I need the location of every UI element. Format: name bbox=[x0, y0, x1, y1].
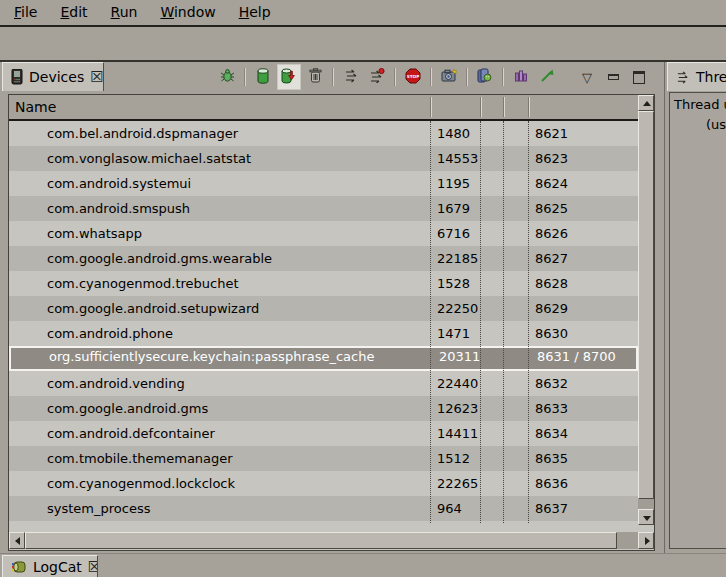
device-row[interactable]: com.android.systemui11958624 bbox=[9, 171, 638, 196]
column-divider[interactable] bbox=[503, 97, 505, 117]
devices-view: Devices ☒ bbox=[0, 62, 660, 553]
dump-hprof-icon bbox=[281, 68, 297, 87]
arrow-down-icon bbox=[643, 516, 651, 521]
debug-process-icon bbox=[220, 68, 235, 86]
device-row[interactable]: com.vonglasow.michael.satstat145538623 bbox=[9, 146, 638, 171]
cell-name: com.android.smspush bbox=[47, 196, 425, 221]
cell-pid: 22440 bbox=[437, 371, 479, 396]
start-tracer-button[interactable] bbox=[535, 64, 559, 90]
threads-tab-icon bbox=[676, 70, 690, 84]
table-header[interactable]: Name bbox=[9, 95, 654, 121]
device-row[interactable]: system_process9648637 bbox=[9, 496, 638, 521]
logcat-icon bbox=[11, 560, 27, 574]
cell-port: 8637 bbox=[535, 496, 635, 521]
device-row[interactable]: com.tmobile.thememanager15128635 bbox=[9, 446, 638, 471]
cell-port: 8628 bbox=[535, 271, 635, 296]
column-divider[interactable] bbox=[528, 97, 530, 117]
device-row[interactable]: com.whatsapp67168626 bbox=[9, 221, 638, 246]
scroll-left-button[interactable] bbox=[9, 532, 25, 549]
ui-hierarchy-button[interactable] bbox=[473, 64, 497, 90]
cell-port: 8626 bbox=[535, 221, 635, 246]
update-heap-button[interactable] bbox=[251, 64, 275, 90]
menu-window[interactable]: Window bbox=[152, 3, 223, 22]
tab-logcat-close-icon[interactable]: ☒ bbox=[88, 558, 98, 576]
device-row-selected[interactable]: org.sufficientlysecure.keychain:passphra… bbox=[9, 346, 638, 371]
cell-port: 8634 bbox=[535, 421, 635, 446]
column-divider[interactable] bbox=[430, 97, 432, 117]
arrow-up-icon bbox=[643, 101, 651, 106]
screen-capture-button[interactable] bbox=[437, 64, 461, 90]
cell-pid: 22265 bbox=[437, 471, 479, 496]
threads-view: Threads Thread updates not enabled for s… bbox=[664, 62, 726, 553]
vertical-scrollbar[interactable] bbox=[638, 95, 654, 525]
vertical-scroll-thumb[interactable] bbox=[638, 111, 654, 499]
device-row[interactable]: com.android.smspush16798625 bbox=[9, 196, 638, 221]
scroll-down-button[interactable] bbox=[638, 509, 654, 525]
cell-pid: 14553 bbox=[437, 146, 479, 171]
column-divider[interactable] bbox=[480, 97, 482, 117]
threads-content: Thread updates not enabled for selected … bbox=[669, 92, 726, 549]
cell-port: 8631 / 8700 bbox=[537, 346, 637, 367]
cell-name: com.android.defcontainer bbox=[47, 421, 425, 446]
cell-port: 8627 bbox=[535, 246, 635, 271]
cell-name: com.google.android.setupwizard bbox=[47, 296, 425, 321]
screen-capture-icon bbox=[441, 68, 457, 86]
device-row[interactable]: com.bel.android.dspmanager14808621 bbox=[9, 121, 638, 146]
column-header-name[interactable]: Name bbox=[15, 99, 56, 115]
cell-pid: 1195 bbox=[437, 171, 479, 196]
device-row[interactable]: com.android.defcontainer144118634 bbox=[9, 421, 638, 446]
tab-threads-label: Threads bbox=[696, 69, 726, 85]
maximize-view-button[interactable] bbox=[627, 64, 651, 90]
cell-pid: 6716 bbox=[437, 221, 479, 246]
menu-file[interactable]: File bbox=[6, 3, 45, 22]
toolbar-separator bbox=[332, 68, 334, 86]
device-row[interactable]: com.android.vending224408632 bbox=[9, 371, 638, 396]
device-row[interactable]: com.google.android.setupwizard222508629 bbox=[9, 296, 638, 321]
view-menu-button[interactable]: ▽ bbox=[575, 64, 599, 90]
cell-name: com.google.android.gms bbox=[47, 396, 425, 421]
threads-message-line1: Thread updates not enabled for selected … bbox=[674, 97, 726, 112]
horizontal-scrollbar[interactable] bbox=[9, 532, 654, 549]
system-info-button[interactable] bbox=[509, 64, 533, 90]
logcat-tab-strip: LogCat ☒ bbox=[0, 553, 726, 577]
tab-devices[interactable]: Devices ☒ bbox=[2, 62, 104, 91]
menu-bar: File Edit Run Window Help bbox=[0, 0, 726, 27]
device-row[interactable]: com.google.android.gms.wearable221858627 bbox=[9, 246, 638, 271]
debug-process-button[interactable] bbox=[215, 64, 239, 90]
tab-devices-label: Devices bbox=[29, 69, 84, 85]
toolbar-separator bbox=[430, 68, 432, 86]
stop-process-button[interactable]: STOP bbox=[401, 64, 425, 90]
device-row[interactable]: com.google.android.gms126238633 bbox=[9, 396, 638, 421]
dump-hprof-button[interactable] bbox=[277, 64, 301, 90]
menu-help[interactable]: Help bbox=[231, 3, 279, 22]
cell-name: com.android.systemui bbox=[47, 171, 425, 196]
menu-run[interactable]: Run bbox=[103, 3, 146, 22]
cell-pid: 1480 bbox=[437, 121, 479, 146]
cell-port: 8625 bbox=[535, 196, 635, 221]
start-method-profiling-button[interactable] bbox=[365, 64, 389, 90]
cell-name: com.cyanogenmod.lockclock bbox=[47, 471, 425, 496]
horizontal-scroll-thumb[interactable] bbox=[25, 532, 617, 549]
menu-edit[interactable]: Edit bbox=[52, 3, 95, 22]
cell-name: org.sufficientlysecure.keychain:passphra… bbox=[49, 346, 427, 367]
device-row[interactable]: com.android.phone14718630 bbox=[9, 321, 638, 346]
maximize-icon bbox=[633, 71, 645, 84]
update-threads-icon bbox=[344, 68, 359, 86]
tab-logcat-label: LogCat bbox=[33, 559, 82, 575]
cell-name: com.cyanogenmod.trebuchet bbox=[47, 271, 425, 296]
update-threads-button[interactable] bbox=[339, 64, 363, 90]
tab-logcat[interactable]: LogCat ☒ bbox=[2, 555, 98, 577]
tab-threads[interactable]: Threads bbox=[667, 62, 726, 91]
start-tracer-icon bbox=[540, 68, 555, 86]
tab-devices-close-icon[interactable]: ☒ bbox=[90, 68, 103, 86]
cell-pid: 1512 bbox=[437, 446, 479, 471]
cause-gc-button[interactable] bbox=[303, 64, 327, 90]
devices-table: Name system_process9648637com.cyanogenmo… bbox=[8, 94, 655, 551]
device-row[interactable]: com.cyanogenmod.trebuchet15288628 bbox=[9, 271, 638, 296]
device-row[interactable]: com.cyanogenmod.lockclock222658636 bbox=[9, 471, 638, 496]
toolbar-separator bbox=[502, 68, 504, 86]
main-toolbar-strip bbox=[0, 27, 726, 62]
minimize-view-button[interactable] bbox=[601, 64, 625, 90]
scroll-up-button[interactable] bbox=[638, 95, 654, 111]
scroll-right-button[interactable] bbox=[638, 532, 654, 549]
